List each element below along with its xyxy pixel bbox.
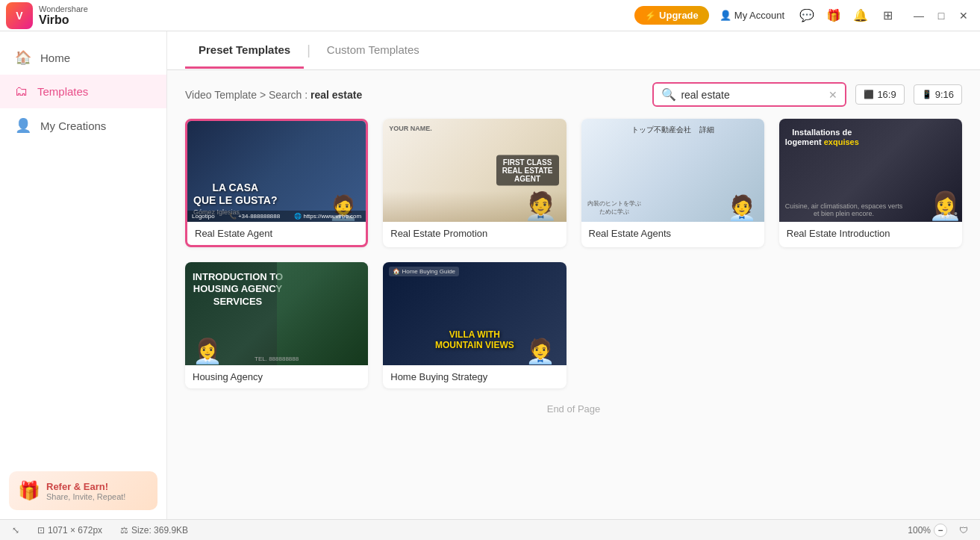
thumb-fr-header: Installations delogement exquises	[785, 128, 859, 147]
thumb-logo-web: 🌐 https://www.virbo.com	[294, 213, 361, 220]
refer-icon: 🎁	[18, 480, 40, 501]
breadcrumb-video-template: Video Template	[185, 89, 257, 101]
thumb-logo-bar-1: Logotipo 📞 +34-888888888 🌐 https://www.v…	[187, 211, 366, 222]
minimize-button[interactable]: —	[908, 5, 929, 26]
thumb-text-1: LA CASAQUE LE GUSTA?	[193, 181, 278, 207]
tab-preset-templates[interactable]: Preset Templates	[185, 33, 304, 69]
refer-subtitle: Share, Invite, Repeat!	[46, 492, 125, 501]
template-content: Video Template > Search : real estate 🔍 …	[167, 70, 980, 519]
sidebar-item-label-templates: Templates	[37, 85, 88, 98]
refer-title: Refer & Earn!	[46, 481, 125, 492]
breadcrumb-search-label: Search :	[269, 89, 308, 101]
thumb-jp-header: トップ不動産会社 詳細	[631, 125, 714, 135]
thumb-logo-phone: 📞 +34-888888888	[229, 213, 281, 220]
shield-icon: 🛡	[959, 525, 968, 536]
template-grid: LA CASAQUE LE GUSTA? Gómez Iglesias 🧑‍💼 …	[185, 119, 962, 388]
breadcrumb: Video Template > Search : real estate	[185, 89, 362, 101]
gift-icon-button[interactable]: 🎁	[822, 4, 846, 28]
thumb-img-4: Installations delogement exquises Cuisin…	[779, 119, 962, 222]
template-thumbnail-5: INTRODUCTION TOHOUSING AGENCYSERVICES 👩‍…	[185, 262, 368, 365]
app-logo: V	[6, 2, 33, 29]
breadcrumb-separator: >	[260, 89, 269, 101]
size-value: Size: 369.9KB	[131, 525, 188, 536]
thumb-home-guide: 🏠 Home Buying Guide	[389, 267, 459, 276]
titlebar-right: Upgrade 👤 My Account 💬 🎁 🔔 ⊞ — □ ✕	[634, 4, 974, 28]
template-thumbnail-4: Installations delogement exquises Cuisin…	[779, 119, 962, 222]
grid-icon-button[interactable]: ⊞	[876, 4, 899, 28]
ratio-16-9-button[interactable]: ⬛ 16:9	[855, 84, 904, 105]
my-account-button[interactable]: 👤 My Account	[712, 7, 792, 24]
thumb-housing-tel: TEL. 888888888	[255, 356, 299, 362]
thumb-yourname: YOUR NAME.	[389, 125, 432, 132]
upgrade-button[interactable]: Upgrade	[634, 6, 709, 25]
home-icon: 🏠	[15, 49, 31, 66]
thumb-first-class: FIRST CLASSREAL ESTATEAGENT	[496, 155, 559, 185]
template-thumbnail-1: LA CASAQUE LE GUSTA? Gómez Iglesias 🧑‍💼 …	[187, 121, 366, 222]
thumb-dots-icons: • • •	[941, 208, 958, 220]
sidebar-item-home[interactable]: 🏠 Home	[0, 40, 166, 75]
notification-icon-button[interactable]: 🔔	[849, 4, 873, 28]
thumb-jp-body: 内装のヒントを学ぶために学ぶ	[587, 199, 641, 216]
tab-divider: |	[304, 43, 313, 58]
ratio-9-16-button[interactable]: 📱 9:16	[914, 84, 962, 105]
template-card-home-buying[interactable]: 🏠 Home Buying Guide 🧑‍💼 VILLA WITHMOUNTA…	[383, 262, 566, 388]
search-and-ratio: 🔍 ✕ ⬛ 16:9 📱 9:16	[652, 82, 962, 107]
ratio-9-16-icon: 📱	[922, 90, 932, 99]
template-card-real-estate-agents-jp[interactable]: トップ不動産会社 詳細 🧑‍💼 内装のヒントを学ぶために学ぶ Real Esta…	[581, 119, 764, 247]
close-button[interactable]: ✕	[953, 5, 974, 26]
search-icon: 🔍	[661, 87, 676, 102]
sidebar-item-templates[interactable]: 🗂 Templates	[0, 75, 166, 108]
maximize-button[interactable]: □	[931, 5, 952, 26]
template-thumbnail-6: 🏠 Home Buying Guide 🧑‍💼 VILLA WITHMOUNTA…	[383, 262, 566, 365]
end-of-page-label: End of Page	[547, 403, 601, 415]
sidebar-item-label-creations: My Creations	[40, 120, 106, 132]
template-label-4: Real Estate Introduction	[779, 222, 962, 245]
ratio-16-9-icon: ⬛	[864, 90, 874, 99]
template-label-6: Home Buying Strategy	[383, 365, 566, 388]
size-icon: ⚖	[120, 525, 128, 536]
tab-custom-templates[interactable]: Custom Templates	[313, 33, 433, 69]
creations-icon: 👤	[15, 117, 31, 134]
zoom-control: 100% −	[908, 524, 947, 537]
thumb-housing-text: INTRODUCTION TOHOUSING AGENCYSERVICES	[193, 271, 283, 309]
my-account-label: My Account	[734, 10, 784, 21]
ratio-9-16-label: 9:16	[935, 89, 954, 100]
search-input[interactable]	[681, 89, 824, 101]
sidebar-item-my-creations[interactable]: 👤 My Creations	[0, 108, 166, 143]
statusbar-right: 100% − 🛡	[908, 524, 968, 537]
breadcrumb-search-term: real estate	[310, 89, 362, 101]
thumb-person-6: 🧑‍💼	[525, 337, 555, 365]
sidebar: 🏠 Home 🗂 Templates 👤 My Creations 🎁 Refe…	[0, 31, 167, 519]
app-brand: Wondershare	[39, 4, 88, 13]
template-card-real-estate-intro[interactable]: Installations delogement exquises Cuisin…	[779, 119, 962, 247]
zoom-value: 100%	[908, 525, 931, 536]
refer-text: Refer & Earn! Share, Invite, Repeat!	[46, 481, 125, 501]
template-label-1: Real Estate Agent	[187, 222, 366, 245]
thumb-img-3: トップ不動産会社 詳細 🧑‍💼 内装のヒントを学ぶために学ぶ	[581, 119, 764, 222]
thumb-img-6: 🏠 Home Buying Guide 🧑‍💼 VILLA WITHMOUNTA…	[383, 262, 566, 365]
thumb-img-1: LA CASAQUE LE GUSTA? Gómez Iglesias 🧑‍💼 …	[187, 121, 366, 222]
search-clear-button[interactable]: ✕	[828, 89, 837, 101]
thumb-img-2: YOUR NAME. FIRST CLASSREAL ESTATEAGENT 🧑…	[383, 119, 566, 222]
chat-icon-button[interactable]: 💬	[795, 4, 819, 28]
ratio-16-9-label: 16:9	[877, 89, 896, 100]
thumb-person-5: 👩‍💼	[193, 337, 222, 365]
sidebar-item-label-home: Home	[40, 52, 70, 64]
app-title: Virbo	[39, 13, 88, 27]
thumb-person-3: 🧑‍💼	[727, 193, 757, 222]
dimensions-value: 1071 × 672px	[48, 525, 102, 536]
template-card-real-estate-agent[interactable]: LA CASAQUE LE GUSTA? Gómez Iglesias 🧑‍💼 …	[185, 119, 368, 247]
zoom-out-button[interactable]: −	[934, 524, 947, 537]
templates-icon: 🗂	[15, 84, 28, 99]
template-card-real-estate-promotion[interactable]: YOUR NAME. FIRST CLASSREAL ESTATEAGENT 🧑…	[383, 119, 566, 247]
refer-banner[interactable]: 🎁 Refer & Earn! Share, Invite, Repeat!	[9, 471, 157, 510]
statusbar-dimensions: ⊡ 1071 × 672px	[37, 525, 102, 536]
end-of-page: End of Page	[185, 388, 962, 422]
template-label-2: Real Estate Promotion	[383, 222, 566, 245]
statusbar-size: ⚖ Size: 369.9KB	[120, 525, 188, 536]
top-row: Video Template > Search : real estate 🔍 …	[185, 82, 962, 107]
template-card-housing-agency[interactable]: INTRODUCTION TOHOUSING AGENCYSERVICES 👩‍…	[185, 262, 368, 388]
thumb-logo-left: Logotipo	[192, 213, 215, 220]
template-thumbnail-3: トップ不動産会社 詳細 🧑‍💼 内装のヒントを学ぶために学ぶ	[581, 119, 764, 222]
account-icon: 👤	[720, 10, 731, 21]
